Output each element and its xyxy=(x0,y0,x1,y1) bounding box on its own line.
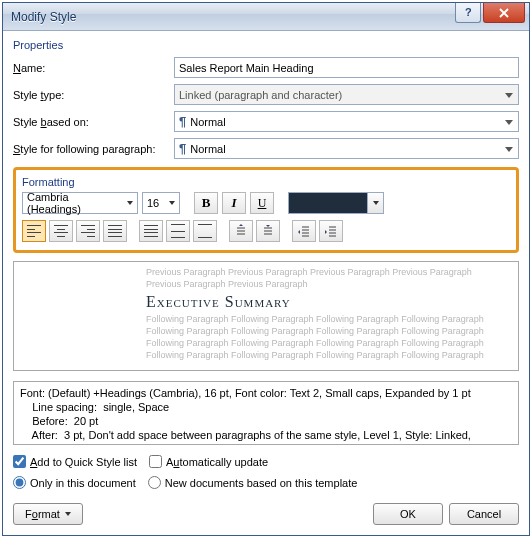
format-button[interactable]: Format xyxy=(13,503,83,525)
preview-panel: Previous Paragraph Previous Paragraph Pr… xyxy=(13,261,519,371)
new-docs-radio[interactable]: New documents based on this template xyxy=(148,476,358,489)
following-select[interactable]: ¶Normal xyxy=(174,138,519,159)
add-quick-style-checkbox[interactable]: Add to Quick Style list xyxy=(13,455,137,468)
help-button[interactable]: ? xyxy=(455,3,481,23)
desc-line: After: 3 pt, Don't add space between par… xyxy=(20,428,512,442)
italic-button[interactable]: I xyxy=(222,192,246,214)
font-color-picker[interactable] xyxy=(288,192,384,214)
size-combo[interactable]: 16 xyxy=(142,192,180,214)
based-on-label: Style based on: xyxy=(13,116,168,128)
preview-prev-paragraph: Previous Paragraph Previous Paragraph Pr… xyxy=(146,266,506,290)
name-input[interactable]: Sales Report Main Heading xyxy=(174,57,519,78)
ok-button[interactable]: OK xyxy=(373,503,443,525)
titlebar: Modify Style ? xyxy=(3,3,529,31)
formatting-highlight: Formatting Cambria (Headings) 16 B I U xyxy=(13,167,519,253)
desc-line: Line spacing: single, Space xyxy=(20,400,512,414)
spacing-single-button[interactable] xyxy=(139,220,163,242)
style-description: Font: (Default) +Headings (Cambria), 16 … xyxy=(13,381,519,445)
align-right-button[interactable] xyxy=(76,220,100,242)
auto-update-checkbox[interactable]: Automatically update xyxy=(149,455,268,468)
align-center-button[interactable] xyxy=(49,220,73,242)
desc-line: Before: 20 pt xyxy=(20,414,512,428)
close-button[interactable] xyxy=(483,3,525,23)
style-type-label: Style type: xyxy=(13,89,168,101)
only-doc-radio[interactable]: Only in this document xyxy=(13,476,136,489)
properties-group-label: Properties xyxy=(13,39,519,51)
name-label: Name: xyxy=(13,62,168,74)
following-label: Style for following paragraph: xyxy=(13,143,168,155)
bold-button[interactable]: B xyxy=(194,192,218,214)
preview-following-paragraph: Following Paragraph Following Paragraph … xyxy=(146,313,506,361)
svg-text:?: ? xyxy=(465,8,472,18)
spacing-double-button[interactable] xyxy=(193,220,217,242)
underline-button[interactable]: U xyxy=(250,192,274,214)
chevron-down-icon xyxy=(367,193,383,213)
font-combo[interactable]: Cambria (Headings) xyxy=(22,192,138,214)
indent-increase-button[interactable] xyxy=(319,220,343,242)
dialog-title: Modify Style xyxy=(11,10,76,24)
space-before-dec-button[interactable] xyxy=(256,220,280,242)
space-before-inc-button[interactable] xyxy=(229,220,253,242)
color-swatch xyxy=(289,193,367,213)
align-justify-button[interactable] xyxy=(103,220,127,242)
cancel-button[interactable]: Cancel xyxy=(449,503,519,525)
style-type-select: Linked (paragraph and character) xyxy=(174,84,519,105)
indent-decrease-button[interactable] xyxy=(292,220,316,242)
formatting-group-label: Formatting xyxy=(22,176,510,188)
align-left-button[interactable] xyxy=(22,220,46,242)
modify-style-dialog: Modify Style ? Properties Name: Sales Re… xyxy=(2,2,530,536)
based-on-select[interactable]: ¶Normal xyxy=(174,111,519,132)
desc-line: Font: (Default) +Headings (Cambria), 16 … xyxy=(20,386,512,400)
spacing-15-button[interactable] xyxy=(166,220,190,242)
preview-heading: Executive Summary xyxy=(146,293,506,311)
